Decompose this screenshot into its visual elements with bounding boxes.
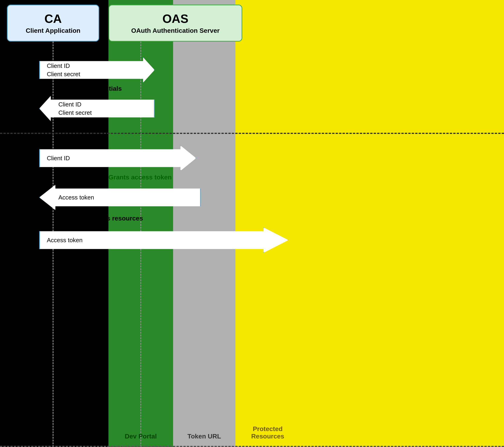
label-resources: Access resources bbox=[88, 215, 143, 222]
bottom-label-tokenurl: Token URL bbox=[173, 433, 235, 440]
arrow5-text: Access token bbox=[47, 236, 83, 244]
arrow1-text: Client ID Client secret bbox=[47, 62, 80, 78]
ca-subtitle: Client Application bbox=[26, 27, 81, 34]
hdash1 bbox=[0, 133, 504, 134]
col-protected-bg bbox=[235, 0, 504, 447]
arrow5: Access token bbox=[39, 227, 288, 253]
arrow3: Client ID bbox=[39, 146, 196, 171]
header-oas: OAS OAuth Authentication Server bbox=[108, 5, 242, 41]
arrow4: Access token bbox=[39, 185, 201, 210]
arrow1: Client ID Client secret bbox=[39, 57, 155, 83]
ca-title: CA bbox=[44, 12, 62, 26]
bottom-label-protected: Protected Resources bbox=[235, 418, 300, 440]
oas-title: OAS bbox=[162, 12, 189, 26]
arrow3-text: Client ID bbox=[47, 154, 70, 162]
label-grants: Grants access token bbox=[108, 174, 172, 181]
col-tokenurl-bg bbox=[173, 0, 235, 447]
label-credentials: credentials bbox=[88, 85, 122, 92]
arrow4-text: Access token bbox=[58, 193, 94, 202]
header-ca: CA Client Application bbox=[7, 5, 99, 41]
arrow2-text: Client ID Client secret bbox=[58, 100, 92, 117]
arrow2: Client ID Client secret bbox=[39, 96, 155, 121]
diagram: CA Client Application OAS OAuth Authenti… bbox=[0, 0, 504, 447]
hdash-bottom bbox=[0, 446, 504, 447]
bottom-label-devportal: Dev Portal bbox=[108, 433, 173, 440]
oas-subtitle: OAuth Authentication Server bbox=[131, 27, 219, 34]
